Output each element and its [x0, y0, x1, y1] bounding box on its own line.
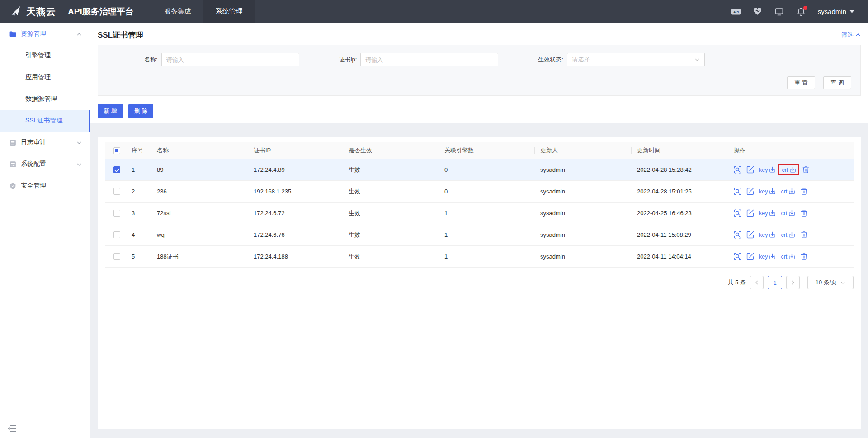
content-header: SSL证书管理 筛选 名称: 证书ip: — [90, 23, 868, 123]
row-checkbox[interactable] — [113, 166, 120, 173]
cell-updater: sysadmin — [534, 166, 631, 173]
log-icon — [9, 139, 17, 146]
cell-status: 生效 — [343, 231, 439, 239]
crt-download-link[interactable]: crt — [781, 253, 795, 260]
cell-name: 236 — [151, 188, 248, 195]
download-icon — [789, 166, 796, 173]
sidebar-item-app-management[interactable]: 应用管理 — [0, 66, 90, 88]
filter-status-label: 生效状态: — [538, 56, 563, 64]
notification-bell-icon[interactable] — [796, 7, 806, 17]
key-download-link[interactable]: key — [759, 166, 776, 173]
logo-icon — [10, 5, 22, 19]
prev-page-button[interactable] — [750, 276, 764, 289]
sidebar-group-label: 资源管理 — [21, 30, 76, 38]
user-menu[interactable]: sysadmin — [818, 8, 854, 15]
row-checkbox[interactable] — [113, 188, 120, 195]
row-checkbox[interactable] — [113, 231, 120, 238]
edit-icon[interactable] — [746, 209, 754, 217]
cell-ip: 172.24.6.72 — [248, 210, 343, 217]
cell-status: 生效 — [343, 188, 439, 196]
filter-status-group: 生效状态: 请选择 — [538, 53, 705, 66]
filter-status-select[interactable]: 请选择 — [567, 53, 705, 66]
health-icon[interactable] — [753, 7, 763, 17]
delete-button[interactable]: 删 除 — [128, 104, 154, 118]
crt-download-link[interactable]: crt — [782, 166, 796, 173]
next-page-button[interactable] — [786, 276, 800, 289]
sidebar-collapse-icon[interactable] — [7, 424, 17, 433]
filter-ip-input[interactable] — [360, 53, 498, 66]
preview-icon[interactable] — [734, 188, 741, 195]
filter-name-input[interactable] — [161, 53, 299, 66]
cell-ip: 172.24.6.76 — [248, 231, 343, 238]
sidebar-item-datasource-management[interactable]: 数据源管理 — [0, 88, 90, 110]
filter-toggle-label: 筛选 — [841, 31, 853, 39]
crt-label: crt — [782, 167, 788, 173]
column-header-seq: 序号 — [126, 146, 151, 155]
config-icon — [9, 160, 17, 168]
delete-icon[interactable] — [800, 209, 808, 217]
pagination: 共 5 条 1 10 条/页 — [105, 276, 854, 289]
filter-toggle[interactable]: 筛选 — [841, 31, 861, 39]
key-download-link[interactable]: key — [759, 253, 776, 260]
cell-engines: 1 — [439, 231, 534, 238]
row-checkbox[interactable] — [113, 253, 120, 260]
preview-icon[interactable] — [734, 209, 741, 217]
sidebar-item-ssl-cert-management[interactable]: SSL证书管理 — [0, 110, 90, 132]
delete-icon[interactable] — [802, 166, 810, 174]
reset-button[interactable]: 重 置 — [787, 76, 815, 89]
cell-updater: sysadmin — [534, 231, 631, 238]
column-header-updater: 更新人 — [534, 146, 631, 155]
api-badge-icon[interactable]: API — [731, 7, 741, 17]
delete-icon[interactable] — [800, 253, 808, 260]
pagination-total: 共 5 条 — [728, 278, 746, 287]
key-download-link[interactable]: key — [759, 210, 776, 217]
delete-icon[interactable] — [800, 188, 808, 195]
edit-icon[interactable] — [746, 166, 754, 174]
cell-name: 72ssl — [151, 210, 248, 217]
edit-icon[interactable] — [746, 253, 754, 260]
edit-icon[interactable] — [746, 231, 754, 239]
sidebar-item-engine-management[interactable]: 引擎管理 — [0, 45, 90, 66]
sidebar-group-resource[interactable]: 资源管理 — [0, 23, 90, 45]
row-checkbox[interactable] — [113, 210, 120, 217]
column-header-status: 是否生效 — [343, 146, 439, 155]
cell-engines: 0 — [439, 188, 534, 195]
chevron-down-icon — [76, 161, 82, 167]
search-button[interactable]: 查 询 — [823, 76, 851, 89]
preview-icon[interactable] — [734, 253, 741, 260]
cell-engines: 0 — [439, 166, 534, 173]
crt-download-link[interactable]: crt — [781, 231, 795, 238]
edit-icon[interactable] — [746, 188, 754, 195]
crt-download-link[interactable]: crt — [781, 188, 795, 195]
cell-ip: 172.24.4.188 — [248, 253, 343, 260]
cell-status: 生效 — [343, 166, 439, 174]
sidebar-group-log-audit[interactable]: 日志审计 — [0, 132, 90, 153]
chevron-down-icon — [76, 140, 82, 145]
cell-updater: sysadmin — [534, 253, 631, 260]
sidebar-group-security[interactable]: 安全管理 — [0, 175, 90, 197]
navbar-right: API sysadmin — [731, 0, 868, 23]
page-number-button[interactable]: 1 — [768, 276, 782, 289]
page-size-select[interactable]: 10 条/页 — [807, 276, 854, 289]
cell-seq: 3 — [126, 210, 151, 217]
filter-ip-label: 证书ip: — [339, 56, 357, 64]
sidebar-group-system-config[interactable]: 系统配置 — [0, 153, 90, 175]
preview-icon[interactable] — [734, 166, 741, 174]
cell-seq: 2 — [126, 188, 151, 195]
delete-icon[interactable] — [800, 231, 808, 239]
sidebar-group-label: 安全管理 — [21, 182, 82, 190]
preview-icon[interactable] — [734, 231, 741, 239]
nav-tab-service-integration[interactable]: 服务集成 — [152, 0, 203, 23]
key-download-link[interactable]: key — [759, 188, 776, 195]
table-row: 1 89 172.24.4.89 生效 0 sysadmin 2022-04-2… — [105, 159, 854, 181]
download-icon — [769, 253, 776, 260]
select-all-checkbox[interactable] — [113, 147, 120, 154]
monitor-icon[interactable] — [774, 7, 784, 17]
key-label: key — [759, 188, 768, 195]
cell-operations: key crt — [728, 188, 854, 195]
key-download-link[interactable]: key — [759, 231, 776, 238]
nav-tab-system-management[interactable]: 系统管理 — [203, 0, 255, 23]
add-button[interactable]: 新 增 — [98, 104, 123, 118]
crt-download-link[interactable]: crt — [781, 210, 795, 217]
cell-status: 生效 — [343, 209, 439, 217]
